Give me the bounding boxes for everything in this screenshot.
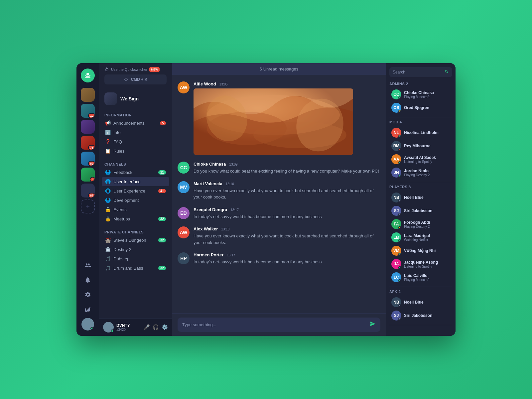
member-info: Ored Sjögren xyxy=(404,105,450,110)
sidebar-item-user-interface[interactable]: 🌐User Interface xyxy=(102,177,169,186)
sidebar-item-events[interactable]: 🔒Events xyxy=(102,205,169,214)
message-avatar: HP xyxy=(178,252,190,264)
destiny2-channel-icon: 🏛️ xyxy=(105,247,111,252)
sidebar-item-drum-and-bass[interactable]: 🎵Drum and Bass32 xyxy=(102,263,169,273)
sidebar-item-dubstep[interactable]: 🎵Dubstep xyxy=(102,254,169,263)
member-avatar: LC xyxy=(391,272,401,282)
member-item-lara[interactable]: LM Lara Madrigal Watching Netflix xyxy=(389,231,452,244)
member-item-noell-afk[interactable]: NB Noell Blue xyxy=(389,296,452,309)
member-item-luis[interactable]: LC Luis Calvillo Playing Minecraft xyxy=(389,271,452,284)
sidebar-item-rules[interactable]: 📋Rules xyxy=(102,146,169,156)
member-item-siri[interactable]: SJ Siri Jakobsson xyxy=(389,204,452,217)
member-avatar: NB xyxy=(391,297,401,307)
sidebar-item-user-experience[interactable]: 🌐User Experience41 xyxy=(102,186,169,196)
server-icon-2[interactable]: 12 xyxy=(81,104,95,118)
search-bar xyxy=(389,67,452,77)
server-icon-3[interactable] xyxy=(81,120,95,134)
message-header: Ezequiel Dengra 13:17 xyxy=(194,207,380,212)
quickswitcher-cmd[interactable]: CMD + K xyxy=(104,74,167,84)
member-item-jordan[interactable]: JN Jordan Ntolo Playing Destiny 2 xyxy=(389,166,452,179)
member-item-siri-afk[interactable]: SJ Siri Jakobsson xyxy=(389,309,452,322)
message-time: 13:17 xyxy=(227,253,235,257)
members-divider xyxy=(389,117,452,117)
message-text: Have you ever known exactly what you wan… xyxy=(194,188,380,200)
member-item-nicolina[interactable]: NL Nicolina Lindholm xyxy=(389,126,452,139)
search-input[interactable] xyxy=(393,70,443,74)
message-header: Alex Walker 13:10 xyxy=(194,226,380,231)
sidebar-item-development[interactable]: 🌐Development xyxy=(102,196,169,205)
message-avatar: CC xyxy=(178,162,190,174)
sidebar-section-private-channels: Private Channels🏰Steve's Dungeon32🏛️Dest… xyxy=(99,226,172,275)
message-avatar: MV xyxy=(178,181,190,193)
member-status: Playing Destiny 2 xyxy=(404,173,450,177)
chat-main: 6 Unread messages AW Alfie Wood 13:05 xyxy=(172,63,386,336)
sidebar-item-steves-dungeon[interactable]: 🏰Steve's Dungeon32 xyxy=(102,235,169,245)
member-info: Chioke Chinasa Playing Minecraft xyxy=(404,90,450,99)
member-info: Noell Blue xyxy=(404,300,450,305)
sidebar-item-faq[interactable]: ❓FAQ xyxy=(102,137,169,146)
destiny2-channel-label: Destiny 2 xyxy=(113,247,166,252)
search-icon[interactable] xyxy=(445,69,449,75)
member-item-jacqueline[interactable]: JA Jacqueline Asong Listening to Spotify xyxy=(389,257,452,271)
headset-icon[interactable]: 🎧 xyxy=(153,324,159,330)
friends-icon[interactable] xyxy=(82,259,94,271)
member-avatar: RM xyxy=(391,141,401,151)
member-item-chioke[interactable]: CC Chioke Chinasa Playing Minecraft xyxy=(389,88,452,101)
sidebar-item-info[interactable]: ℹ️Info xyxy=(102,128,169,137)
member-name: Rey Mibourne xyxy=(404,144,450,148)
user-settings-icon[interactable]: ⚙️ xyxy=(162,324,168,330)
member-item-ored[interactable]: OS Ored Sjögren xyxy=(389,101,452,114)
member-status: Playing Minecraft xyxy=(404,278,450,282)
sidebar-user-avatar xyxy=(103,322,114,332)
app-logo[interactable] xyxy=(81,68,95,82)
member-status: Listening to Spotify xyxy=(404,160,450,164)
message-text: In today's net-savvy world it has become… xyxy=(194,259,380,265)
notifications-icon[interactable] xyxy=(82,274,94,286)
member-status-dot xyxy=(398,279,401,282)
message-text: Have you ever known exactly what you wan… xyxy=(194,233,380,246)
server-icon-4[interactable]: 76 xyxy=(81,136,95,150)
server-icon-6[interactable]: 4 xyxy=(81,168,95,182)
member-item-awaatif[interactable]: AA Awaatif Al Sadek Listening to Spotify xyxy=(389,153,452,166)
sidebar-user-info: DVNTY #3420 xyxy=(116,323,141,332)
member-item-foroogh[interactable]: FA Foroogh Abdi Playing Destiny 2 xyxy=(389,217,452,231)
server-icon-1[interactable] xyxy=(81,88,95,102)
members-panel: Admins 2 CC Chioke Chinasa Playing Minec… xyxy=(386,63,456,336)
development-channel-label: Development xyxy=(113,198,166,203)
svg-point-0 xyxy=(86,73,89,75)
sidebar-item-feedback[interactable]: 🌐Feedback11 xyxy=(102,168,169,177)
member-item-rey[interactable]: RM Rey Mibourne xyxy=(389,139,452,153)
member-status-dot xyxy=(398,253,401,256)
message-time: 13:10 xyxy=(221,227,229,231)
message-content: Chioke Chinasa 13:09 Do you know what co… xyxy=(194,162,380,175)
settings-icon[interactable] xyxy=(82,289,94,301)
members-divider xyxy=(389,325,452,325)
member-status-dot xyxy=(398,96,401,99)
sidebar-item-announcements[interactable]: 📢Announcements5 xyxy=(102,118,169,128)
send-button[interactable] xyxy=(370,321,376,329)
new-badge: NEW xyxy=(149,67,160,72)
microphone-icon[interactable]: 🎤 xyxy=(144,324,150,330)
message-group: MV Marti Valencia 13:10 Have you ever kn… xyxy=(178,179,380,203)
member-avatar: JN xyxy=(391,168,401,178)
member-info: Noell Blue xyxy=(404,195,450,200)
drum-and-bass-channel-label: Drum and Bass xyxy=(113,266,156,271)
message-avatar: ED xyxy=(178,207,190,219)
server-icon-7[interactable]: 87 xyxy=(81,184,95,198)
message-content: Harmen Porter 13:17 In today's net-savvy… xyxy=(194,252,380,265)
members-divider xyxy=(389,287,452,287)
server-icon-5[interactable]: 59 xyxy=(81,152,95,166)
member-info: Luis Calvillo Playing Minecraft xyxy=(404,273,450,282)
faq-channel-label: FAQ xyxy=(113,139,166,144)
members-divider xyxy=(389,182,452,182)
sidebar-item-destiny2[interactable]: 🏛️Destiny 2 xyxy=(102,245,169,254)
member-name: Siri Jakobsson xyxy=(404,313,450,318)
add-server-button[interactable]: + xyxy=(81,200,95,213)
do-not-disturb-icon[interactable] xyxy=(82,303,94,315)
app-container: 12 76 59 4 87 + xyxy=(76,63,456,336)
chat-input[interactable] xyxy=(182,322,366,327)
current-user-avatar[interactable] xyxy=(81,318,94,331)
member-item-vuong[interactable]: VM Vương Mộng Nhi xyxy=(389,244,452,257)
member-item-noell[interactable]: NB Noell Blue xyxy=(389,191,452,204)
sidebar-item-meetups[interactable]: 🔒Meetups32 xyxy=(102,214,169,223)
